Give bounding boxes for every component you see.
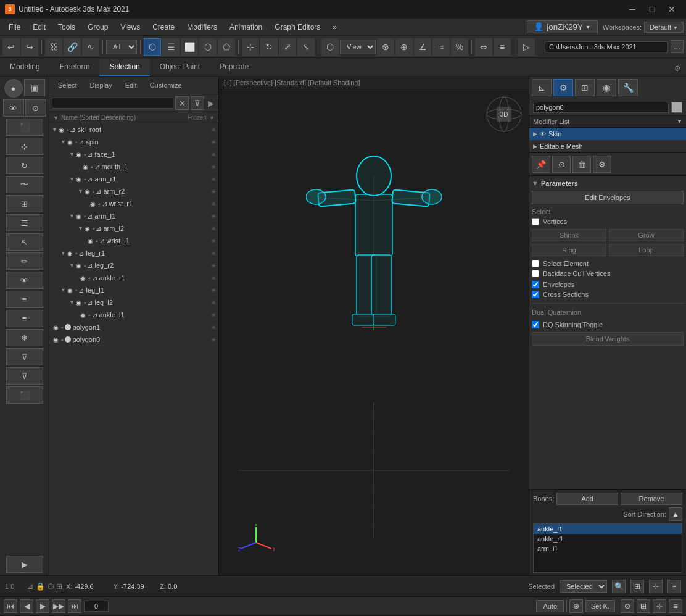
tl-frame-counter[interactable]: 0	[84, 601, 109, 612]
dq-toggle-checkbox[interactable]	[532, 321, 539, 328]
status-btn-4[interactable]: ≡	[667, 580, 681, 593]
sidebar-btn-wave[interactable]: 〜	[6, 176, 43, 193]
ring-button[interactable]: Ring	[532, 244, 606, 256]
tab-selection[interactable]: Selection	[99, 59, 149, 76]
scene-search-input[interactable]	[52, 98, 173, 109]
tree-item-leg-r2[interactable]: ▼ ◉ ◦ ⊿ leg_r2 ✳	[49, 259, 218, 272]
menu-group[interactable]: Group	[81, 20, 114, 34]
scene-tab-display[interactable]: Display	[84, 79, 118, 91]
sidebar-btn-circle[interactable]: ●	[4, 79, 23, 98]
tab-object-paint[interactable]: Object Paint	[150, 59, 210, 76]
tab-modeling[interactable]: Modeling	[0, 59, 50, 76]
snap-3d-button[interactable]: ⊕	[395, 38, 413, 56]
tree-item-ankle-r1[interactable]: ◉ ◦ ⊿ ankle_r1 ✳	[49, 272, 218, 284]
rotate-button[interactable]: ↻	[260, 38, 278, 56]
use-pivot-button[interactable]: ⊛	[377, 38, 394, 56]
link-button[interactable]: ⛓	[45, 38, 62, 56]
bones-remove-button[interactable]: Remove	[621, 493, 682, 505]
bone-item-ankle-r1[interactable]: ankle_r1	[534, 534, 682, 544]
scale-type-button[interactable]: ⤡	[297, 38, 315, 56]
sidebar-btn-move[interactable]: ⊹	[6, 138, 43, 155]
scene-tab-edit[interactable]: Edit	[119, 79, 143, 91]
scene-tab-customize[interactable]: Customize	[144, 79, 188, 91]
tree-item-wrist-r1[interactable]: ◉ ◦ ⊿ wrist_r1 ✳	[49, 198, 218, 210]
menu-views[interactable]: Views	[114, 20, 146, 34]
sidebar-btn-rotate[interactable]: ↻	[6, 157, 43, 174]
selected-dropdown[interactable]: Selected	[560, 580, 607, 593]
tl-next-button[interactable]: ▶▶	[52, 599, 65, 613]
tl-btn-8[interactable]: ≡	[669, 599, 682, 613]
fence-selection-button[interactable]: ⬠	[218, 38, 235, 56]
sidebar-btn-full-screen[interactable]: ⬛	[6, 119, 43, 136]
rp-mode-hierarchy[interactable]: ⊾	[532, 79, 552, 96]
scene-filter-clear[interactable]: ✕	[175, 96, 189, 110]
tree-item-arm-l1[interactable]: ▼ ◉ ◦ ⊿ arm_l1 ✳	[49, 210, 218, 222]
object-name-input[interactable]	[533, 102, 669, 113]
select-element-checkbox[interactable]	[532, 260, 539, 267]
shrink-button[interactable]: Shrink	[532, 229, 606, 241]
filter-dropdown[interactable]: All	[106, 40, 137, 54]
angle-snap-button[interactable]: ∠	[414, 38, 431, 56]
sidebar-btn-snowflake[interactable]: ❄	[6, 329, 43, 346]
mirror-button[interactable]: ⇔	[475, 38, 492, 56]
bones-add-button[interactable]: Add	[556, 493, 618, 505]
tree-item-wrist-l1[interactable]: ◉ ◦ ⊿ wrist_l1 ✳	[49, 235, 218, 247]
backface-cull-checkbox[interactable]	[532, 270, 539, 277]
menu-create[interactable]: Create	[146, 20, 181, 34]
rp-config-button[interactable]: ⚙	[593, 156, 611, 173]
sidebar-btn-eye[interactable]: 👁	[6, 272, 43, 289]
status-btn-1[interactable]: 🔍	[612, 580, 626, 593]
sidebar-btn-list[interactable]: ≡	[6, 291, 43, 308]
set-k-button[interactable]: Set K.	[585, 600, 615, 612]
tl-btn-6[interactable]: ⊞	[637, 599, 650, 613]
grow-button[interactable]: Grow	[609, 229, 684, 241]
sidebar-btn-view[interactable]: 👁	[3, 99, 24, 117]
tab-settings-icon[interactable]: ⚙	[669, 61, 686, 76]
tree-item-arm-r1[interactable]: ▼ ◉ ◦ ⊿ arm_r1 ✳	[49, 173, 218, 185]
unlink-button[interactable]: 🔗	[64, 38, 81, 56]
close-button[interactable]: ✕	[663, 3, 681, 15]
select-button[interactable]: ⬡	[144, 38, 161, 56]
reference-coord-button[interactable]: ⬡	[321, 38, 339, 56]
path-browse-button[interactable]: ...	[671, 40, 684, 53]
status-btn-3[interactable]: ⊹	[649, 580, 663, 593]
view-dropdown[interactable]: View	[340, 40, 376, 54]
viewport-canvas[interactable]: 3D	[219, 89, 529, 575]
menu-animation[interactable]: Animation	[223, 20, 268, 34]
bone-item-arm-l1[interactable]: arm_l1	[534, 544, 682, 554]
sidebar-btn-box[interactable]: ⬛	[6, 386, 43, 404]
tree-item-arm-l2[interactable]: ▼ ◉ ◦ ⊿ arm_l2 ✳	[49, 222, 218, 235]
bone-item-ankle-l1[interactable]: ankle_l1	[534, 524, 682, 534]
rp-mode-group[interactable]: ⊞	[575, 79, 595, 96]
sidebar-btn-layers[interactable]: ☰	[6, 214, 43, 231]
modifier-editable-mesh[interactable]: ▶ Editable Mesh	[529, 140, 686, 152]
menu-file[interactable]: File	[2, 20, 27, 34]
spinner-snap-button[interactable]: ≈	[432, 38, 450, 56]
menu-more[interactable]: »	[326, 20, 343, 34]
menu-tools[interactable]: Tools	[52, 20, 81, 34]
tree-item-arm-r2[interactable]: ▼ ◉ ◦ ⊿ arm_r2 ✳	[49, 185, 218, 198]
circular-selection-button[interactable]: ⬡	[199, 38, 217, 56]
sidebar-btn-grid[interactable]: ⊞	[6, 195, 43, 212]
tl-end-button[interactable]: ⏭	[68, 599, 81, 613]
tl-btn-7[interactable]: ⊹	[653, 599, 666, 613]
viewport[interactable]: [+] [Perspective] [Standard] [Default Sh…	[219, 77, 529, 575]
rp-mode-modify[interactable]: ⚙	[553, 79, 573, 96]
minimize-button[interactable]: ─	[623, 3, 642, 15]
maximize-button[interactable]: □	[643, 3, 661, 15]
menu-modifiers[interactable]: Modifiers	[181, 20, 223, 34]
sidebar-btn-arrow-right[interactable]: ▶	[6, 556, 43, 573]
bind-to-space-warp-button[interactable]: ∿	[82, 38, 99, 56]
move-button[interactable]: ⊹	[242, 38, 259, 56]
rp-highlight-button[interactable]: ⊙	[552, 156, 571, 173]
sidebar-btn-square[interactable]: ▣	[24, 79, 45, 96]
cross-sections-checkbox[interactable]	[532, 291, 539, 298]
user-button[interactable]: 👤 jonZK29Y ▼	[527, 20, 597, 33]
status-btn-2[interactable]: ⊞	[630, 580, 644, 593]
align-button[interactable]: ≡	[494, 38, 511, 56]
sidebar-btn-cursor[interactable]: ↖	[6, 233, 43, 251]
tree-item-polygon1[interactable]: ◉ ◦ polygon1 ✳	[49, 321, 218, 333]
tree-item-face1[interactable]: ▼ ◉ ◦ ⊿ face_1 ✳	[49, 148, 218, 160]
tree-item-ankle-l1[interactable]: ◉ ◦ ⊿ ankle_l1 ✳	[49, 309, 218, 321]
percent-snap-button[interactable]: %	[451, 38, 468, 56]
